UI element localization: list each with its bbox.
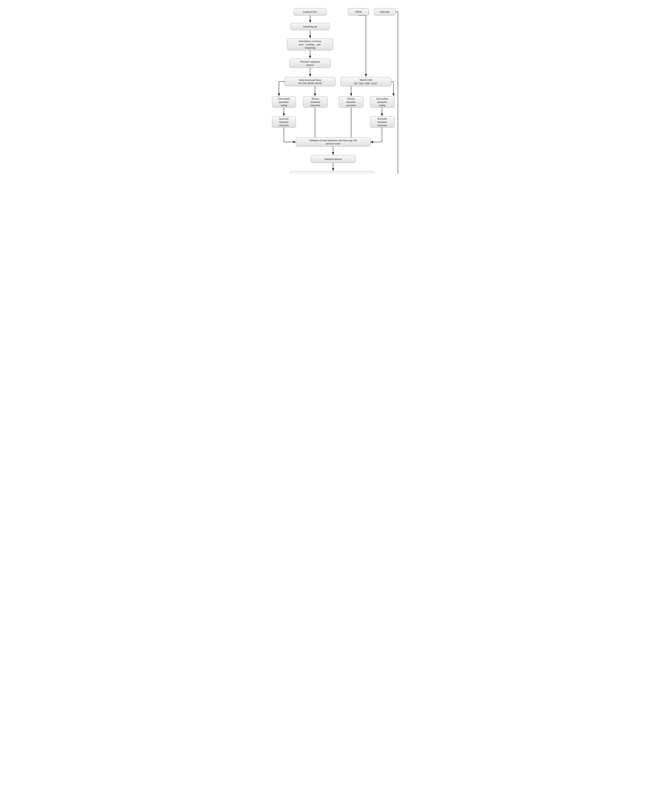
sobel-node: Sobel directional filtersNS, EW, NESW, N… [285, 77, 336, 86]
line-module-left-node: Line moduleparametersetting [272, 96, 296, 108]
validation2-node: Validation of lineament and slope maps o… [290, 171, 374, 174]
pca-node: Principal componentanalysis [290, 59, 331, 68]
landsat-label: Landsat 8 OLI [303, 10, 317, 13]
line-module-left-label: Line moduleparametersetting [278, 97, 290, 107]
manual-right-label: Manuallineamentextraction [346, 97, 356, 107]
manual-left-label: Manuallineamentextraction [311, 97, 320, 107]
atmospheric-node: Atmospheric correction,layer stacking, p… [287, 38, 333, 50]
landsat-node: Landsat 8 OLI [294, 8, 326, 15]
subsetting-node: Subsetting and [290, 23, 330, 30]
validation1-node: Validation of some lineaments and slope … [296, 137, 371, 146]
sobel-label: Sobel directional filtersNS, EW, NESW, N… [298, 78, 321, 85]
statistical-node: Statistical analysis [311, 155, 356, 163]
srtm-label: SRTM [355, 10, 362, 13]
field-data-label: Field data [380, 10, 389, 13]
pca-label: Principal componentanalysis [300, 60, 320, 67]
auto-right-node: Automaticlineamentextraction [370, 117, 394, 128]
auto-right-label: Automaticlineamentextraction [377, 117, 387, 127]
manual-left-node: Manuallineamentextraction [303, 96, 328, 108]
srtm-node: SRTM [348, 8, 369, 15]
manual-right-node: Manuallineamentextraction [339, 96, 363, 108]
shaded-label: Shaded reliefN0o, N45o, N90o, N135o [354, 78, 378, 85]
field-data-node: Field data [374, 8, 396, 15]
auto-left-node: Automaticlineamentextraction [272, 117, 296, 128]
shaded-node: Shaded reliefN0o, N45o, N90o, N135o [340, 77, 391, 86]
line-module-right-node: Line moduleparametersetting [370, 96, 394, 108]
validation1-label: Validation of some lineaments and slope … [309, 139, 357, 145]
line-module-right-label: Line moduleparametersetting [376, 97, 388, 107]
atmospheric-label: Atmospheric correction,layer stacking, p… [298, 39, 321, 49]
flowchart-diagram: Landsat 8 OLI SRTM Field data Subsetting… [269, 5, 397, 169]
auto-left-label: Automaticlineamentextraction [279, 117, 289, 127]
subsetting-label: Subsetting and [303, 25, 317, 28]
statistical-label: Statistical analysis [325, 158, 342, 161]
